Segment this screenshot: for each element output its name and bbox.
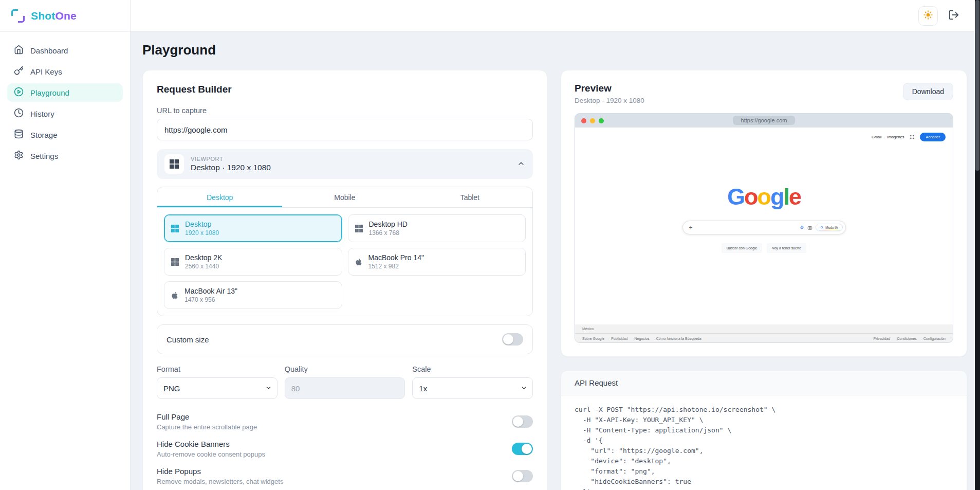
hide-popups-label: Hide Popups bbox=[157, 467, 283, 476]
preview-title: Preview bbox=[575, 83, 644, 94]
logo-mark-icon bbox=[11, 9, 25, 23]
google-homepage-preview: Gmail Imágenes Acceder Google + bbox=[575, 128, 953, 343]
request-builder-title: Request Builder bbox=[157, 84, 533, 95]
scale-label: Scale bbox=[412, 365, 533, 373]
sidebar-item-label: Settings bbox=[30, 152, 58, 160]
device-resolution: 1920 x 1080 bbox=[185, 229, 219, 237]
sidebar-item-dashboard[interactable]: Dashboard bbox=[7, 41, 123, 60]
google-search-button: Buscar con Google bbox=[722, 243, 763, 253]
device-tabs: Desktop Mobile Tablet bbox=[157, 187, 532, 208]
full-page-description: Capture the entire scrollable page bbox=[157, 423, 257, 431]
sidebar-item-label: Playground bbox=[30, 88, 69, 97]
preview-subtitle: Desktop - 1920 x 1080 bbox=[575, 97, 644, 104]
sidebar-item-playground[interactable]: Playground bbox=[7, 83, 123, 102]
google-footer: México Sobre Google Publicidad Negocios … bbox=[575, 324, 953, 343]
hide-cookie-banners-row: Hide Cookie BannersAuto-remove cookie co… bbox=[157, 440, 533, 458]
browser-chrome-bar: https://google.com bbox=[575, 114, 953, 128]
sidebar-item-label: History bbox=[30, 110, 54, 118]
full-page-toggle[interactable] bbox=[512, 415, 533, 428]
sidebar: ShotOne Dashboard API Keys Playground Hi… bbox=[0, 0, 131, 490]
footer-link: Cómo funciona la Búsqueda bbox=[656, 337, 701, 340]
ai-mode-pill: Modo IA bbox=[816, 224, 842, 231]
key-icon bbox=[14, 66, 24, 77]
sidebar-item-settings[interactable]: Settings bbox=[7, 147, 123, 165]
api-request-title: API Request bbox=[561, 371, 967, 395]
scrollbar-thumb[interactable] bbox=[975, 0, 979, 171]
device-name: Desktop HD bbox=[369, 220, 408, 228]
apple-icon bbox=[171, 292, 178, 299]
browser-url-pill: https://google.com bbox=[733, 116, 796, 125]
top-header bbox=[131, 0, 975, 32]
sidebar-item-history[interactable]: History bbox=[7, 104, 123, 123]
device-resolution: 1470 x 956 bbox=[184, 296, 237, 303]
windows-icon bbox=[355, 225, 363, 232]
sidebar-item-storage[interactable]: Storage bbox=[7, 125, 123, 144]
format-select[interactable]: PNG bbox=[157, 377, 278, 399]
main-content: Playground Request Builder URL to captur… bbox=[131, 32, 975, 490]
device-resolution: 2560 x 1440 bbox=[185, 263, 222, 270]
hide-popups-toggle[interactable] bbox=[512, 470, 533, 482]
plus-icon: + bbox=[689, 224, 693, 231]
api-request-card: API Request curl -X POST "https://api.sh… bbox=[561, 370, 967, 490]
tab-tablet[interactable]: Tablet bbox=[408, 187, 532, 207]
full-page-label: Full Page bbox=[157, 412, 257, 421]
mic-icon bbox=[800, 223, 804, 232]
app-window: ShotOne Dashboard API Keys Playground Hi… bbox=[0, 0, 975, 490]
url-label: URL to capture bbox=[157, 106, 533, 115]
api-request-code: curl -X POST "https://api.shotone.io/scr… bbox=[561, 395, 967, 490]
device-option-macbook-pro-14[interactable]: MacBook Pro 14"1512 x 982 bbox=[348, 248, 526, 276]
hide-cookie-banners-label: Hide Cookie Banners bbox=[157, 440, 265, 448]
device-grid: Desktop1920 x 1080 Desktop HD1366 x 768 … bbox=[157, 208, 532, 316]
play-circle-icon bbox=[14, 87, 24, 98]
logout-icon bbox=[948, 9, 959, 22]
device-name: Desktop bbox=[185, 220, 219, 228]
page-title: Playground bbox=[142, 42, 967, 58]
gmail-link: Gmail bbox=[872, 135, 882, 139]
device-option-macbook-air-13[interactable]: MacBook Air 13"1470 x 956 bbox=[164, 281, 342, 309]
url-input[interactable] bbox=[157, 119, 533, 140]
google-logo: Google bbox=[575, 185, 953, 208]
windows-icon bbox=[171, 225, 179, 232]
viewport-selector-button[interactable]: VIEWPORT Desktop · 1920 x 1080 bbox=[157, 149, 533, 179]
footer-link: Privacidad bbox=[874, 337, 891, 340]
footer-link: Publicidad bbox=[611, 337, 627, 340]
images-link: Imágenes bbox=[887, 135, 904, 139]
tab-desktop[interactable]: Desktop bbox=[157, 187, 282, 207]
chevron-up-icon bbox=[517, 159, 525, 169]
device-name: Desktop 2K bbox=[185, 253, 222, 262]
quality-label: Quality bbox=[285, 365, 405, 373]
request-builder-card: Request Builder URL to capture VIEWPORT … bbox=[142, 70, 547, 490]
sidebar-item-api-keys[interactable]: API Keys bbox=[7, 62, 123, 81]
hide-cookie-banners-toggle[interactable] bbox=[512, 443, 533, 455]
device-option-desktop[interactable]: Desktop1920 x 1080 bbox=[164, 214, 342, 242]
device-name: MacBook Pro 14" bbox=[368, 253, 424, 262]
hide-popups-description: Remove modals, newsletters, chat widgets bbox=[157, 478, 283, 485]
quality-input[interactable] bbox=[285, 377, 405, 399]
tab-mobile[interactable]: Mobile bbox=[282, 187, 407, 207]
scale-select[interactable]: 1x bbox=[412, 377, 533, 399]
traffic-light-green-icon bbox=[599, 118, 604, 123]
page-scrollbar[interactable] bbox=[975, 0, 980, 490]
logout-button[interactable] bbox=[948, 9, 959, 22]
full-page-row: Full PageCapture the entire scrollable p… bbox=[157, 412, 533, 431]
hide-cookie-banners-description: Auto-remove cookie consent popups bbox=[157, 450, 265, 458]
apps-grid-icon bbox=[910, 135, 914, 139]
device-option-desktop-2k[interactable]: Desktop 2K2560 x 1440 bbox=[164, 248, 342, 276]
footer-link: Configuración bbox=[923, 337, 946, 340]
device-option-desktop-hd[interactable]: Desktop HD1366 x 768 bbox=[348, 214, 526, 242]
custom-size-toggle[interactable] bbox=[502, 333, 523, 346]
custom-size-row: Custom size bbox=[157, 324, 533, 354]
custom-size-label: Custom size bbox=[167, 335, 209, 344]
lens-camera-icon bbox=[807, 223, 812, 232]
apple-icon bbox=[355, 258, 362, 266]
logo: ShotOne bbox=[0, 0, 130, 32]
database-icon bbox=[14, 129, 24, 140]
windows-icon bbox=[171, 258, 179, 266]
viewport-label: VIEWPORT bbox=[191, 156, 510, 162]
download-button[interactable]: Download bbox=[903, 83, 953, 100]
footer-link: Negocios bbox=[635, 337, 650, 340]
theme-toggle-button[interactable] bbox=[918, 6, 938, 26]
footer-region: México bbox=[575, 324, 953, 334]
preview-card: Preview Desktop - 1920 x 1080 Download h… bbox=[561, 70, 967, 357]
viewport-value: Desktop · 1920 x 1080 bbox=[191, 163, 510, 172]
